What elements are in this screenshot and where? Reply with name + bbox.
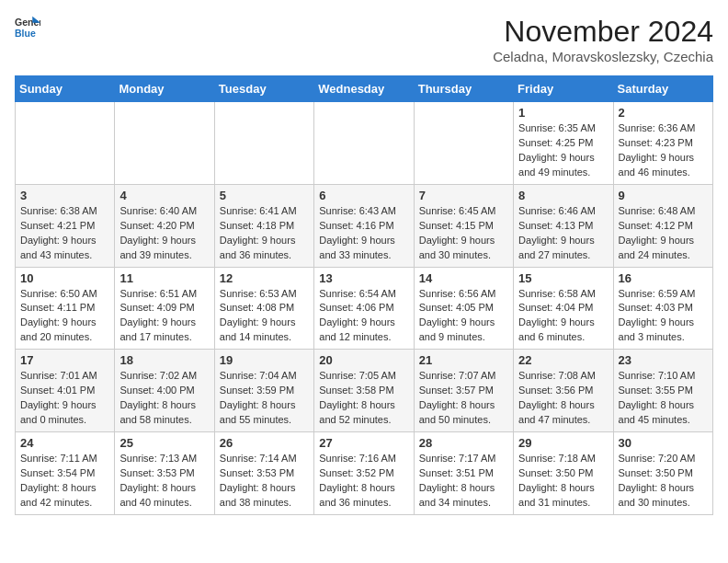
day-detail: Sunrise: 7:05 AM Sunset: 3:58 PM Dayligh… [319, 369, 408, 428]
calendar-cell: 7Sunrise: 6:45 AM Sunset: 4:15 PM Daylig… [414, 184, 513, 267]
day-detail: Sunrise: 6:43 AM Sunset: 4:16 PM Dayligh… [319, 204, 408, 263]
day-number: 21 [419, 353, 508, 367]
calendar-cell: 26Sunrise: 7:14 AM Sunset: 3:53 PM Dayli… [214, 432, 313, 515]
calendar-cell: 3Sunrise: 6:38 AM Sunset: 4:21 PM Daylig… [16, 184, 115, 267]
calendar-week-3: 10Sunrise: 6:50 AM Sunset: 4:11 PM Dayli… [16, 267, 713, 350]
day-detail: Sunrise: 6:38 AM Sunset: 4:21 PM Dayligh… [20, 204, 109, 263]
calendar-cell: 16Sunrise: 6:59 AM Sunset: 4:03 PM Dayli… [613, 267, 712, 350]
day-number: 17 [20, 353, 109, 367]
day-detail: Sunrise: 6:51 AM Sunset: 4:09 PM Dayligh… [119, 287, 209, 346]
day-number: 8 [518, 189, 608, 202]
day-detail: Sunrise: 7:10 AM Sunset: 3:55 PM Dayligh… [619, 369, 708, 428]
calendar-cell: 17Sunrise: 7:01 AM Sunset: 4:01 PM Dayli… [16, 350, 115, 432]
calendar-cell: 30Sunrise: 7:20 AM Sunset: 3:50 PM Dayli… [613, 432, 712, 515]
calendar-cell: 11Sunrise: 6:51 AM Sunset: 4:09 PM Dayli… [115, 267, 214, 350]
calendar-cell: 10Sunrise: 6:50 AM Sunset: 4:11 PM Dayli… [16, 267, 115, 350]
day-detail: Sunrise: 6:36 AM Sunset: 4:23 PM Dayligh… [619, 121, 708, 180]
calendar-cell: 19Sunrise: 7:04 AM Sunset: 3:59 PM Dayli… [214, 350, 313, 432]
calendar-cell: 6Sunrise: 6:43 AM Sunset: 4:16 PM Daylig… [314, 184, 414, 267]
calendar-cell: 8Sunrise: 6:46 AM Sunset: 4:13 PM Daylig… [514, 184, 613, 267]
page-header: General Blue November 2024 Celadna, Mora… [15, 15, 713, 64]
calendar-week-5: 24Sunrise: 7:11 AM Sunset: 3:54 PM Dayli… [16, 432, 713, 515]
day-detail: Sunrise: 6:58 AM Sunset: 4:04 PM Dayligh… [518, 287, 608, 346]
logo-icon: General Blue [15, 15, 40, 40]
calendar-cell: 20Sunrise: 7:05 AM Sunset: 3:58 PM Dayli… [314, 350, 414, 432]
day-detail: Sunrise: 7:04 AM Sunset: 3:59 PM Dayligh… [220, 369, 309, 428]
calendar-cell: 2Sunrise: 6:36 AM Sunset: 4:23 PM Daylig… [613, 102, 712, 185]
weekday-header-friday: Friday [514, 76, 613, 102]
logo: General Blue [15, 15, 40, 40]
day-number: 5 [220, 189, 309, 202]
day-number: 2 [619, 106, 708, 120]
day-detail: Sunrise: 6:56 AM Sunset: 4:05 PM Dayligh… [419, 287, 508, 346]
calendar-week-2: 3Sunrise: 6:38 AM Sunset: 4:21 PM Daylig… [16, 184, 713, 267]
day-detail: Sunrise: 6:46 AM Sunset: 4:13 PM Dayligh… [518, 204, 608, 263]
day-number: 13 [319, 271, 408, 285]
weekday-header-wednesday: Wednesday [314, 76, 414, 102]
calendar-cell [414, 102, 513, 185]
day-detail: Sunrise: 7:02 AM Sunset: 4:00 PM Dayligh… [119, 369, 209, 428]
day-detail: Sunrise: 6:40 AM Sunset: 4:20 PM Dayligh… [119, 204, 209, 263]
day-detail: Sunrise: 7:08 AM Sunset: 3:56 PM Dayligh… [518, 369, 608, 428]
calendar-cell [314, 102, 414, 185]
day-number: 10 [20, 271, 109, 285]
day-number: 27 [319, 436, 408, 450]
calendar-week-4: 17Sunrise: 7:01 AM Sunset: 4:01 PM Dayli… [16, 350, 713, 432]
calendar-cell: 9Sunrise: 6:48 AM Sunset: 4:12 PM Daylig… [613, 184, 712, 267]
day-number: 20 [319, 353, 408, 367]
day-number: 19 [220, 353, 309, 367]
calendar-cell: 14Sunrise: 6:56 AM Sunset: 4:05 PM Dayli… [414, 267, 513, 350]
calendar-cell [16, 102, 115, 185]
day-detail: Sunrise: 7:07 AM Sunset: 3:57 PM Dayligh… [419, 369, 508, 428]
day-detail: Sunrise: 6:53 AM Sunset: 4:08 PM Dayligh… [220, 287, 309, 346]
weekday-header-sunday: Sunday [16, 76, 115, 102]
calendar-cell: 15Sunrise: 6:58 AM Sunset: 4:04 PM Dayli… [514, 267, 613, 350]
day-detail: Sunrise: 7:13 AM Sunset: 3:53 PM Dayligh… [119, 452, 209, 511]
calendar-cell: 28Sunrise: 7:17 AM Sunset: 3:51 PM Dayli… [414, 432, 513, 515]
day-number: 9 [619, 189, 708, 202]
day-number: 15 [518, 271, 608, 285]
day-number: 22 [518, 353, 608, 367]
calendar-cell: 27Sunrise: 7:16 AM Sunset: 3:52 PM Dayli… [314, 432, 414, 515]
month-title: November 2024 [493, 15, 713, 49]
day-number: 26 [220, 436, 309, 450]
weekday-header-tuesday: Tuesday [214, 76, 313, 102]
day-detail: Sunrise: 6:35 AM Sunset: 4:25 PM Dayligh… [518, 121, 608, 180]
calendar-cell: 18Sunrise: 7:02 AM Sunset: 4:00 PM Dayli… [115, 350, 214, 432]
weekday-header-monday: Monday [115, 76, 214, 102]
day-number: 25 [119, 436, 209, 450]
calendar-cell: 23Sunrise: 7:10 AM Sunset: 3:55 PM Dayli… [613, 350, 712, 432]
calendar-cell: 13Sunrise: 6:54 AM Sunset: 4:06 PM Dayli… [314, 267, 414, 350]
day-number: 6 [319, 189, 408, 202]
day-number: 16 [619, 271, 708, 285]
day-detail: Sunrise: 7:17 AM Sunset: 3:51 PM Dayligh… [419, 452, 508, 511]
day-detail: Sunrise: 7:20 AM Sunset: 3:50 PM Dayligh… [619, 452, 708, 511]
day-detail: Sunrise: 7:14 AM Sunset: 3:53 PM Dayligh… [220, 452, 309, 511]
svg-text:Blue: Blue [15, 28, 36, 39]
day-detail: Sunrise: 6:59 AM Sunset: 4:03 PM Dayligh… [619, 287, 708, 346]
calendar-table: SundayMondayTuesdayWednesdayThursdayFrid… [15, 75, 713, 515]
calendar-cell [214, 102, 313, 185]
day-number: 24 [20, 436, 109, 450]
calendar-cell: 12Sunrise: 6:53 AM Sunset: 4:08 PM Dayli… [214, 267, 313, 350]
day-number: 11 [119, 271, 209, 285]
day-number: 14 [419, 271, 508, 285]
day-detail: Sunrise: 7:18 AM Sunset: 3:50 PM Dayligh… [518, 452, 608, 511]
day-detail: Sunrise: 7:11 AM Sunset: 3:54 PM Dayligh… [20, 452, 109, 511]
calendar-week-1: 1Sunrise: 6:35 AM Sunset: 4:25 PM Daylig… [16, 102, 713, 185]
day-detail: Sunrise: 6:48 AM Sunset: 4:12 PM Dayligh… [619, 204, 708, 263]
day-detail: Sunrise: 6:50 AM Sunset: 4:11 PM Dayligh… [20, 287, 109, 346]
day-detail: Sunrise: 7:01 AM Sunset: 4:01 PM Dayligh… [20, 369, 109, 428]
weekday-header-row: SundayMondayTuesdayWednesdayThursdayFrid… [16, 76, 713, 102]
day-number: 3 [20, 189, 109, 202]
day-detail: Sunrise: 6:54 AM Sunset: 4:06 PM Dayligh… [319, 287, 408, 346]
day-detail: Sunrise: 6:41 AM Sunset: 4:18 PM Dayligh… [220, 204, 309, 263]
calendar-cell: 1Sunrise: 6:35 AM Sunset: 4:25 PM Daylig… [514, 102, 613, 185]
calendar-cell: 24Sunrise: 7:11 AM Sunset: 3:54 PM Dayli… [16, 432, 115, 515]
day-number: 1 [518, 106, 608, 120]
day-number: 30 [619, 436, 708, 450]
weekday-header-thursday: Thursday [414, 76, 513, 102]
calendar-cell: 4Sunrise: 6:40 AM Sunset: 4:20 PM Daylig… [115, 184, 214, 267]
title-block: November 2024 Celadna, Moravskoslezsky, … [493, 15, 713, 64]
day-number: 23 [619, 353, 708, 367]
